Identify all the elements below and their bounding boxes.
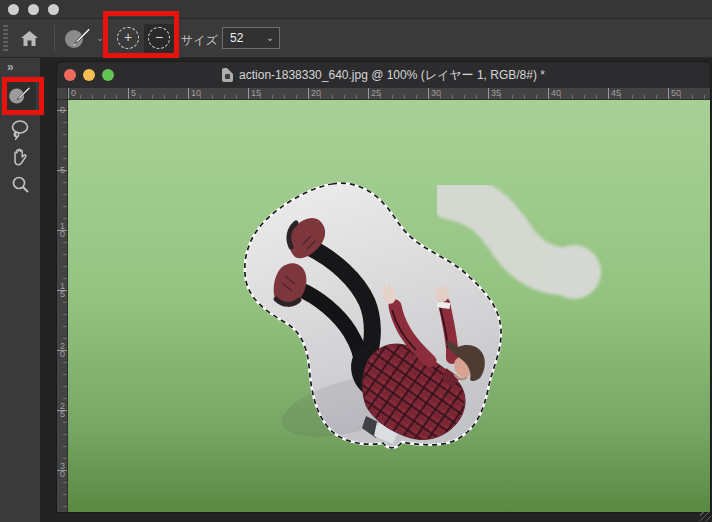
annotation-red-box-brush-tool (2, 77, 44, 115)
ruler-label: 0 (71, 89, 76, 98)
ruler-label: 2 5 (57, 402, 68, 418)
ruler-label: 1 5 (57, 282, 68, 298)
document-title-group: action-1838330_640.jpg @ 100% (レイヤー 1, R… (57, 62, 710, 88)
ruler-label: 5 (57, 166, 68, 174)
document-titlebar[interactable]: action-1838330_640.jpg @ 100% (レイヤー 1, R… (57, 62, 710, 88)
ruler-label: 15 (251, 89, 261, 98)
brush-tool-icon[interactable] (64, 27, 92, 51)
ruler-label: 30 (431, 89, 441, 98)
annotation-red-box-brush-modes (103, 11, 179, 58)
tool-hand[interactable] (4, 144, 36, 172)
ruler-label: 3 0 (57, 462, 68, 478)
vertical-ruler: 051 01 52 02 53 0 (57, 100, 68, 512)
ruler-label: 35 (491, 89, 501, 98)
brush-size-label: サイズ : (181, 32, 225, 49)
canvas-image (68, 100, 710, 512)
window-control-icon[interactable] (48, 4, 59, 15)
magnifier-icon (11, 175, 30, 194)
panel-expand-button[interactable]: » (7, 60, 14, 74)
hand-icon (11, 148, 30, 168)
document-icon (222, 68, 233, 82)
lasso-icon (10, 119, 30, 141)
brush-size-dropdown[interactable]: ⌄ (261, 27, 280, 49)
ruler-corner (57, 88, 68, 100)
ruler-label: 0 (57, 106, 68, 114)
app-screen: ⌄ + − サイズ : 52 ⌄ » (0, 0, 712, 522)
ruler-label: 50 (671, 89, 681, 98)
ruler-label: 5 (131, 89, 136, 98)
tool-zoom[interactable] (4, 170, 36, 198)
canvas[interactable] (68, 100, 710, 512)
ruler-label: 10 (191, 89, 201, 98)
horizontal-ruler: 05101520253035404550 (68, 88, 710, 100)
window-control-icon[interactable] (28, 4, 39, 15)
document-window: action-1838330_640.jpg @ 100% (レイヤー 1, R… (57, 62, 710, 512)
panel-grip[interactable] (3, 25, 8, 52)
ruler-label: 2 0 (57, 342, 68, 358)
ruler-label: 20 (311, 89, 321, 98)
ruler-label: 25 (371, 89, 381, 98)
divider (54, 25, 55, 52)
ruler-label: 45 (611, 89, 621, 98)
ruler-label: 40 (551, 89, 561, 98)
document-title: action-1838330_640.jpg @ 100% (レイヤー 1, R… (239, 67, 545, 84)
ruler-label: 1 0 (57, 222, 68, 238)
tool-lasso[interactable] (4, 116, 36, 144)
home-icon[interactable] (20, 30, 39, 47)
tool-panel: » (0, 58, 40, 522)
brush-size-input[interactable]: 52 (222, 27, 262, 49)
window-resize-grip[interactable] (700, 512, 711, 521)
window-control-icon[interactable] (8, 4, 19, 15)
